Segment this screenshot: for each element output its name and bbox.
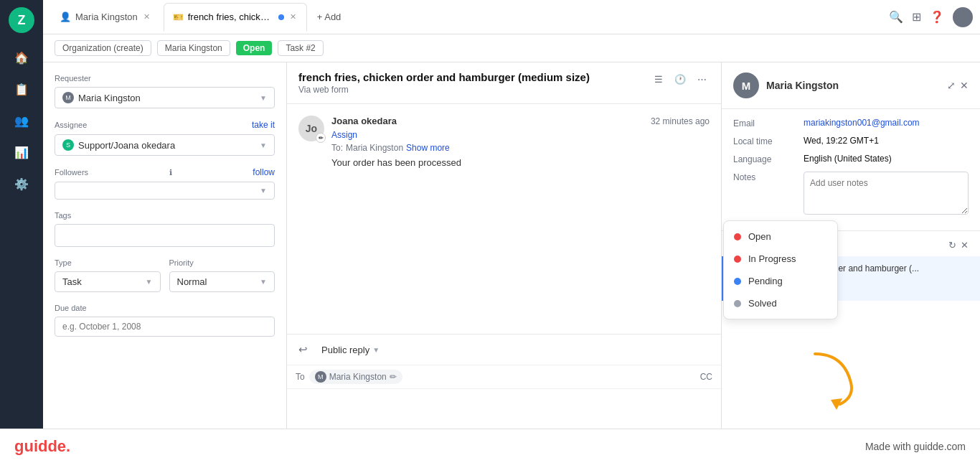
- assignee-label: Assignee take it: [55, 120, 275, 130]
- ticket-source: Via web form: [298, 85, 590, 95]
- history-icon[interactable]: 🕐: [672, 71, 689, 88]
- show-more-link[interactable]: Show more: [406, 143, 450, 153]
- status-badge[interactable]: Open: [236, 41, 273, 55]
- localtime-value: Wed, 19:22 GMT+1: [804, 136, 879, 146]
- nav-users[interactable]: 👥: [9, 108, 34, 134]
- requester-chevron: ▼: [260, 94, 267, 102]
- breadcrumb-task[interactable]: Task #2: [278, 40, 323, 56]
- assignee-chevron: ▼: [260, 141, 267, 149]
- type-chevron: ▼: [146, 278, 153, 286]
- message-content: Joana okedara 32 minutes ago Assign To: …: [331, 116, 710, 168]
- reply-type-button[interactable]: Public reply ▼: [314, 341, 387, 359]
- message-author: Joana okedara: [331, 116, 397, 126]
- language-value: English (United States): [804, 154, 892, 164]
- status-open[interactable]: Open: [724, 225, 837, 248]
- right-panel: M Maria Kingston ⤢ ✕ Email mariakingston…: [722, 62, 980, 463]
- logo-letter: Z: [18, 13, 26, 28]
- tab-label-2: french fries, chicken ... #2: [188, 11, 274, 22]
- add-tab-button[interactable]: + Add: [310, 7, 349, 27]
- status-dot-solved: [734, 300, 741, 307]
- localtime-label: Local time: [733, 136, 798, 146]
- nav-tickets[interactable]: 📋: [9, 76, 34, 102]
- reply-type-chevron: ▼: [372, 346, 380, 354]
- status-progress-label: In Progress: [748, 253, 796, 264]
- to-chip[interactable]: M Maria Kingston ✏: [309, 370, 402, 384]
- type-label: Type: [55, 258, 161, 267]
- status-pending-label: Pending: [748, 276, 783, 286]
- priority-value: Normal: [177, 276, 207, 287]
- collapse-interactions-icon[interactable]: ✕: [961, 240, 969, 251]
- tab-maria-kingston[interactable]: 👤 Maria Kingston ✕: [50, 3, 161, 32]
- edit-to-icon[interactable]: ✏: [390, 372, 397, 382]
- type-select[interactable]: Task ▼: [55, 271, 161, 292]
- left-panel: Requester M Maria Kingston ▼ Assignee ta…: [43, 62, 287, 463]
- tab-label: Maria Kingston: [75, 11, 138, 22]
- collapse-icon[interactable]: ✕: [960, 80, 969, 91]
- priority-label: Priority: [169, 258, 275, 267]
- due-date-input[interactable]: [55, 317, 275, 337]
- app-logo[interactable]: Z: [9, 7, 34, 33]
- status-solved[interactable]: Solved: [724, 292, 837, 314]
- ticket-title: french fries, chicken order and hamburge…: [298, 71, 590, 83]
- customer-header: M Maria Kingston ⤢ ✕: [722, 62, 980, 109]
- breadcrumb: Organization (create) Maria Kingston Ope…: [43, 34, 980, 62]
- followers-select[interactable]: ▼: [55, 182, 275, 200]
- filter-icon[interactable]: ☰: [651, 71, 666, 88]
- tab-close-1[interactable]: ✕: [142, 11, 151, 23]
- search-icon[interactable]: 🔍: [889, 10, 903, 24]
- refresh-icon[interactable]: ↻: [948, 240, 956, 251]
- middle-panel: french fries, chicken order and hamburge…: [287, 62, 722, 463]
- type-value: Task: [62, 276, 82, 287]
- more-options-icon[interactable]: ⋯: [694, 71, 710, 88]
- requester-label: Requester: [55, 74, 275, 83]
- customer-info: Email mariakingston001@gmail.com Local t…: [722, 109, 980, 231]
- requester-select[interactable]: M Maria Kingston ▼: [55, 87, 275, 108]
- priority-select[interactable]: Normal ▼: [169, 271, 275, 292]
- status-dropdown: Open In Progress Pending Solved: [723, 220, 838, 319]
- message-area: Jo ✏ Joana okedara 32 minutes ago Assign: [287, 104, 721, 334]
- tags-label: Tags: [55, 211, 275, 220]
- requester-value: Maria Kingston: [78, 93, 141, 103]
- reply-editor[interactable]: [287, 389, 721, 432]
- nav-reports[interactable]: 📊: [9, 139, 34, 165]
- tags-input[interactable]: [55, 224, 275, 247]
- guidde-tagline: Made with guidde.com: [865, 441, 966, 452]
- followers-chevron: ▼: [260, 187, 267, 195]
- email-value[interactable]: mariakingston001@gmail.com: [804, 118, 920, 128]
- message-time: 32 minutes ago: [651, 116, 710, 126]
- followers-label: Followers ℹ follow: [55, 167, 275, 177]
- assignee-select[interactable]: S Support/Joana okedara ▼: [55, 134, 275, 156]
- reply-icon: ↩: [296, 340, 311, 359]
- follow-link[interactable]: follow: [253, 167, 275, 177]
- status-dot-progress: [734, 256, 741, 263]
- nav-home[interactable]: 🏠: [9, 45, 34, 70]
- guidde-logo: guidde.: [14, 437, 70, 456]
- expand-icon[interactable]: ⤢: [947, 80, 956, 91]
- priority-chevron: ▼: [260, 278, 267, 286]
- arrow-indicator: [801, 347, 865, 411]
- message-item: Jo ✏ Joana okedara 32 minutes ago Assign: [298, 116, 710, 168]
- guidde-bar: guidde. Made with guidde.com: [0, 429, 980, 463]
- notes-textarea[interactable]: [804, 172, 969, 215]
- status-solved-label: Solved: [748, 298, 777, 309]
- avatar-edit-icon: ✏: [316, 133, 326, 143]
- requester-icon: M: [62, 92, 74, 103]
- breadcrumb-contact[interactable]: Maria Kingston: [157, 40, 230, 56]
- customer-name: Maria Kingston: [766, 80, 839, 91]
- help-icon[interactable]: ❓: [930, 10, 944, 24]
- status-pending[interactable]: Pending: [724, 270, 837, 292]
- apps-icon[interactable]: ⊞: [912, 10, 921, 24]
- assign-link[interactable]: Assign: [331, 130, 357, 140]
- take-it-link[interactable]: take it: [252, 120, 275, 130]
- breadcrumb-org[interactable]: Organization (create): [55, 40, 151, 56]
- nav-settings[interactable]: ⚙️: [9, 171, 34, 197]
- notes-label: Notes: [733, 172, 798, 215]
- user-avatar[interactable]: [953, 7, 973, 27]
- customer-avatar: M: [733, 73, 759, 98]
- tab-icon-2: 🎫: [173, 12, 184, 22]
- cc-button[interactable]: CC: [700, 372, 712, 382]
- tab-french-fries[interactable]: 🎫 french fries, chicken ... #2 ✕: [164, 3, 307, 32]
- tab-close-2[interactable]: ✕: [288, 11, 298, 23]
- customer-initials: M: [742, 80, 751, 92]
- status-in-progress[interactable]: In Progress: [724, 248, 837, 270]
